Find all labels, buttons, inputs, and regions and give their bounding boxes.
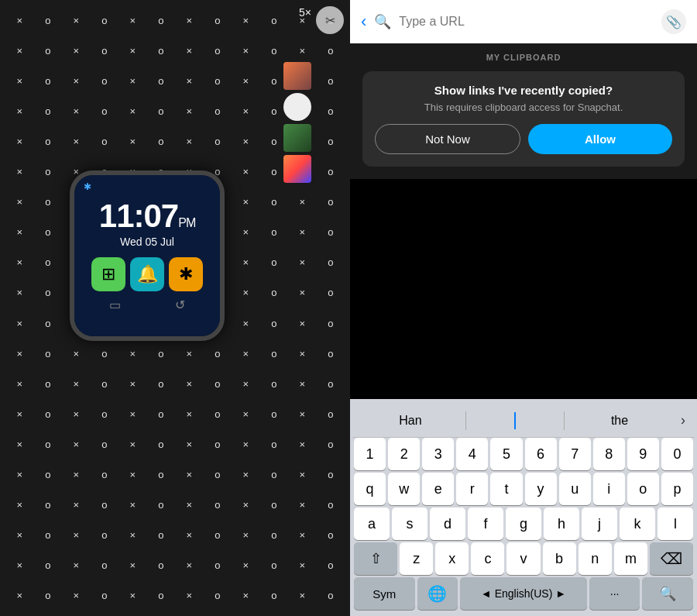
xo-item: o (148, 490, 175, 519)
key-n[interactable]: n (579, 542, 612, 575)
xo-item: × (6, 339, 33, 368)
allow-button[interactable]: Allow (528, 124, 672, 154)
xo-item: o (148, 36, 175, 65)
key-r[interactable]: r (456, 473, 488, 505)
xo-item: × (232, 400, 259, 428)
key-3[interactable]: 3 (422, 438, 454, 470)
xo-item: × (63, 521, 90, 549)
key-g[interactable]: g (506, 508, 541, 540)
suggestion-arrow[interactable]: › (675, 412, 692, 428)
key-u[interactable]: u (559, 473, 591, 505)
xo-item: o (318, 551, 345, 580)
key-o[interactable]: o (627, 473, 659, 505)
xo-item: × (63, 430, 90, 459)
xo-item: o (148, 521, 175, 549)
key-k[interactable]: k (620, 508, 655, 540)
xo-item: o (318, 308, 345, 337)
xo-item: o (261, 430, 288, 459)
key-8[interactable]: 8 (593, 438, 625, 470)
scissors-button[interactable]: ✂ (316, 6, 344, 34)
key-a[interactable]: a (354, 508, 390, 540)
xo-item: × (6, 248, 33, 277)
key-l[interactable]: l (658, 508, 693, 540)
xo-item: × (6, 278, 33, 307)
more-key[interactable]: ··· (589, 577, 640, 610)
xo-item: × (63, 400, 90, 428)
key-9[interactable]: 9 (627, 438, 659, 470)
xo-item: × (6, 36, 33, 65)
xo-item: o (261, 370, 288, 398)
asdf-row: a s d f g h j k l (352, 508, 695, 540)
key-2[interactable]: 2 (388, 438, 420, 470)
search-key[interactable]: 🔍 (642, 577, 693, 610)
key-x[interactable]: x (435, 542, 469, 575)
key-i[interactable]: i (593, 473, 625, 505)
xo-item: o (148, 67, 175, 95)
shift-key[interactable]: ⇧ (354, 542, 397, 575)
xo-item: × (63, 490, 90, 519)
key-c[interactable]: c (471, 542, 504, 575)
xo-item: o (261, 460, 288, 489)
key-4[interactable]: 4 (456, 438, 488, 470)
key-f[interactable]: f (468, 508, 503, 540)
watch-icons: ⊞ 🔔 ✱ (91, 257, 203, 291)
xo-item: o (204, 490, 232, 519)
xo-item: × (176, 400, 203, 428)
clipboard-card: Show links I've recently copied? This re… (362, 71, 685, 167)
back-button[interactable]: ‹ (361, 12, 366, 32)
xo-item: o (261, 248, 288, 277)
xo-item: × (63, 6, 90, 35)
not-now-button[interactable]: Not Now (375, 124, 520, 154)
key-h[interactable]: h (544, 508, 579, 540)
lang-key[interactable]: ◄ English(US) ► (460, 577, 587, 610)
xo-item: × (6, 430, 33, 459)
xo-item: o (204, 460, 232, 489)
suggestion-the[interactable]: the (565, 411, 675, 431)
key-1[interactable]: 1 (354, 438, 386, 470)
key-t[interactable]: t (490, 473, 522, 505)
key-d[interactable]: d (430, 508, 465, 540)
backspace-key[interactable]: ⌫ (650, 542, 693, 575)
key-b[interactable]: b (543, 542, 576, 575)
xo-item: × (289, 308, 316, 337)
search-icon: 🔍 (374, 13, 391, 30)
key-w[interactable]: w (388, 473, 420, 505)
xo-item: o (261, 581, 288, 610)
suggestions-bar: Han the › (352, 404, 695, 438)
xo-item: × (232, 67, 259, 95)
emoji-key[interactable]: 🌐 (417, 577, 458, 610)
xo-item: × (6, 218, 33, 246)
key-j[interactable]: j (582, 508, 617, 540)
xo-item: o (148, 460, 175, 489)
xo-item: × (63, 127, 90, 156)
xo-item: × (6, 67, 33, 95)
key-s[interactable]: s (392, 508, 427, 540)
url-input[interactable] (399, 15, 654, 29)
xo-item: o (204, 551, 232, 580)
key-m[interactable]: m (614, 542, 647, 575)
xo-item: o (91, 430, 118, 459)
key-0[interactable]: 0 (661, 438, 693, 470)
xo-item: × (119, 6, 146, 35)
xo-item: o (148, 400, 175, 428)
sym-key[interactable]: Sym (354, 577, 415, 610)
key-e[interactable]: e (422, 473, 454, 505)
key-z[interactable]: z (400, 542, 433, 575)
key-q[interactable]: q (354, 473, 386, 505)
key-6[interactable]: 6 (525, 438, 557, 470)
xo-item: o (91, 67, 118, 95)
key-7[interactable]: 7 (559, 438, 591, 470)
xo-item: o (35, 67, 62, 95)
key-p[interactable]: p (661, 473, 693, 505)
suggestion-han[interactable]: Han (355, 411, 465, 431)
xo-item: × (232, 97, 259, 126)
attach-button[interactable]: 📎 (661, 9, 686, 34)
clipboard-subtitle: This requires clipboard access for Snapc… (375, 102, 672, 113)
watch-app-alarm: 🔔 (130, 257, 164, 291)
key-y[interactable]: y (525, 473, 557, 505)
keyboard: Han the › 1 2 3 4 5 6 7 8 9 0 q w e (350, 399, 697, 616)
key-v[interactable]: v (506, 542, 540, 575)
key-5[interactable]: 5 (490, 438, 522, 470)
zxcv-row: ⇧ z x c v b n m ⌫ (352, 542, 695, 575)
xo-item: × (289, 370, 316, 398)
